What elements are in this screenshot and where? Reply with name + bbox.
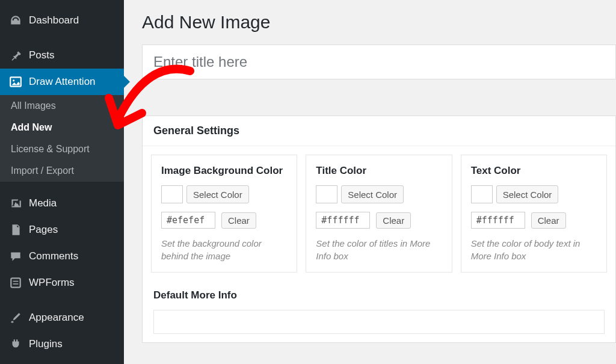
more-info-title: Default More Info xyxy=(153,289,605,301)
sidebar-item-media[interactable]: Media xyxy=(0,190,124,217)
settings-header: General Settings xyxy=(143,116,615,146)
form-icon xyxy=(8,276,23,290)
clear-button[interactable]: Clear xyxy=(531,212,566,229)
pin-icon xyxy=(8,48,23,63)
page-title: Add New Image xyxy=(142,12,616,32)
more-info-editor[interactable] xyxy=(153,310,605,334)
sidebar-sub-import-export[interactable]: Import / Export xyxy=(0,160,124,182)
color-card-background: Image Background Color Select Color Clea… xyxy=(151,155,297,273)
select-color-button[interactable]: Select Color xyxy=(496,185,559,203)
main-content: Add New Image General Settings Image Bac… xyxy=(124,0,616,364)
media-icon xyxy=(8,196,23,211)
svg-point-1 xyxy=(13,79,14,81)
sidebar-item-pages[interactable]: Pages xyxy=(0,217,124,243)
color-description: Set the color of titles in More Info box xyxy=(316,237,442,262)
sidebar-sub-add-new[interactable]: Add New xyxy=(0,117,124,138)
hex-input[interactable] xyxy=(161,212,215,229)
color-card-title: Image Background Color xyxy=(161,165,287,177)
more-info-section: Default More Info xyxy=(143,281,615,342)
svg-rect-3 xyxy=(13,281,19,282)
sidebar-item-label: WPForms xyxy=(29,277,75,289)
page-icon xyxy=(8,223,23,237)
dashboard-icon xyxy=(8,13,23,28)
sidebar-item-label: Appearance xyxy=(29,312,84,324)
image-icon xyxy=(8,75,23,89)
color-description: Set the color of body text in More Info … xyxy=(471,237,597,262)
sidebar-item-label: Draw Attention xyxy=(29,76,96,88)
color-card-title: Title Color xyxy=(316,165,442,177)
title-input[interactable] xyxy=(142,45,616,79)
sidebar-submenu: All Images Add New License & Support Imp… xyxy=(0,95,124,182)
sidebar-item-posts[interactable]: Posts xyxy=(0,42,124,69)
select-color-button[interactable]: Select Color xyxy=(186,185,249,203)
hex-input[interactable] xyxy=(471,212,525,229)
sidebar-sub-license[interactable]: License & Support xyxy=(0,138,124,160)
sidebar-item-plugins[interactable]: Plugins xyxy=(0,331,124,357)
sidebar-item-label: Pages xyxy=(29,224,58,236)
plugin-icon xyxy=(8,337,23,351)
sidebar-item-draw-attention[interactable]: Draw Attention xyxy=(0,69,124,95)
clear-button[interactable]: Clear xyxy=(221,212,256,229)
color-description: Set the background color behind the imag… xyxy=(161,237,287,262)
color-settings-grid: Image Background Color Select Color Clea… xyxy=(143,146,615,281)
admin-sidebar: Dashboard Posts Draw Attention All Image… xyxy=(0,0,124,364)
color-card-text-color: Text Color Select Color Clear Set the co… xyxy=(461,155,607,273)
general-settings-panel: General Settings Image Background Color … xyxy=(142,116,616,343)
sidebar-item-label: Media xyxy=(29,197,57,209)
sidebar-item-wpforms[interactable]: WPForms xyxy=(0,270,124,296)
sidebar-item-comments[interactable]: Comments xyxy=(0,243,124,270)
svg-rect-2 xyxy=(11,278,20,287)
color-card-title: Text Color xyxy=(471,165,597,177)
sidebar-item-label: Dashboard xyxy=(29,14,79,26)
select-color-button[interactable]: Select Color xyxy=(341,185,404,203)
svg-rect-4 xyxy=(13,283,19,285)
color-swatch[interactable] xyxy=(161,185,183,203)
sidebar-item-dashboard[interactable]: Dashboard xyxy=(0,7,124,34)
hex-input[interactable] xyxy=(316,212,370,229)
sidebar-item-appearance[interactable]: Appearance xyxy=(0,304,124,331)
comment-icon xyxy=(8,249,23,264)
color-swatch[interactable] xyxy=(471,185,493,203)
sidebar-item-label: Comments xyxy=(29,250,78,262)
sidebar-item-label: Posts xyxy=(29,49,55,61)
sidebar-sub-all-images[interactable]: All Images xyxy=(0,95,124,117)
brush-icon xyxy=(8,310,23,325)
color-card-title-color: Title Color Select Color Clear Set the c… xyxy=(306,155,452,273)
clear-button[interactable]: Clear xyxy=(376,212,411,229)
color-swatch[interactable] xyxy=(316,185,337,203)
sidebar-item-label: Plugins xyxy=(29,338,63,350)
